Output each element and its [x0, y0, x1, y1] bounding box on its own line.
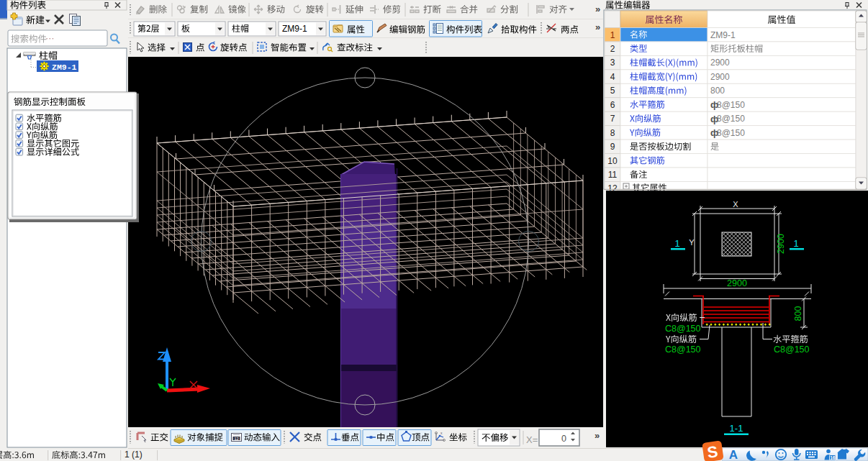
svg-text:A: A [729, 448, 738, 461]
svg-text:5: 5 [610, 86, 615, 96]
svg-text:Y: Y [689, 238, 695, 247]
svg-text:ZM9-1: ZM9-1 [52, 63, 77, 72]
svg-text:1 (1): 1 (1) [125, 449, 143, 460]
svg-text:1: 1 [793, 238, 798, 249]
svg-text:1: 1 [610, 30, 615, 40]
svg-text:2900: 2900 [710, 72, 730, 82]
svg-text:1-1: 1-1 [730, 423, 743, 434]
svg-text:X: X [733, 200, 738, 209]
svg-text:3: 3 [610, 58, 615, 68]
svg-text:16: 16 [830, 455, 836, 460]
svg-text:2900: 2900 [710, 58, 730, 68]
svg-text:6: 6 [610, 100, 615, 110]
svg-text:1: 1 [674, 238, 679, 249]
svg-text:8@150: 8@150 [717, 100, 745, 110]
svg-text:0: 0 [561, 434, 566, 444]
svg-text:C8@150: C8@150 [665, 324, 701, 334]
svg-text:7: 7 [610, 114, 615, 124]
svg-text:8@150: 8@150 [717, 128, 745, 138]
svg-text:800: 800 [710, 86, 725, 96]
svg-text:C8@150: C8@150 [774, 344, 810, 355]
svg-text:2900: 2900 [727, 278, 747, 288]
svg-text:ZM9-1: ZM9-1 [282, 24, 307, 34]
svg-text:8: 8 [610, 128, 615, 138]
svg-text:4: 4 [610, 72, 615, 82]
svg-text:»: » [595, 430, 600, 441]
svg-text:2900: 2900 [776, 234, 786, 254]
svg-text:»: » [595, 4, 600, 14]
svg-text:C8@150: C8@150 [665, 344, 701, 355]
svg-text:»: » [595, 22, 600, 32]
svg-text:800: 800 [793, 306, 803, 321]
svg-text:9: 9 [610, 142, 615, 152]
svg-text:10: 10 [607, 156, 618, 166]
svg-text:ZM9-1: ZM9-1 [710, 30, 736, 40]
svg-text:11: 11 [608, 170, 618, 180]
svg-text:8@150: 8@150 [717, 114, 745, 124]
svg-text:X=: X= [526, 434, 538, 445]
svg-text:12: 12 [607, 183, 618, 193]
svg-text:12: 12 [234, 437, 238, 441]
svg-text:2: 2 [610, 44, 615, 54]
